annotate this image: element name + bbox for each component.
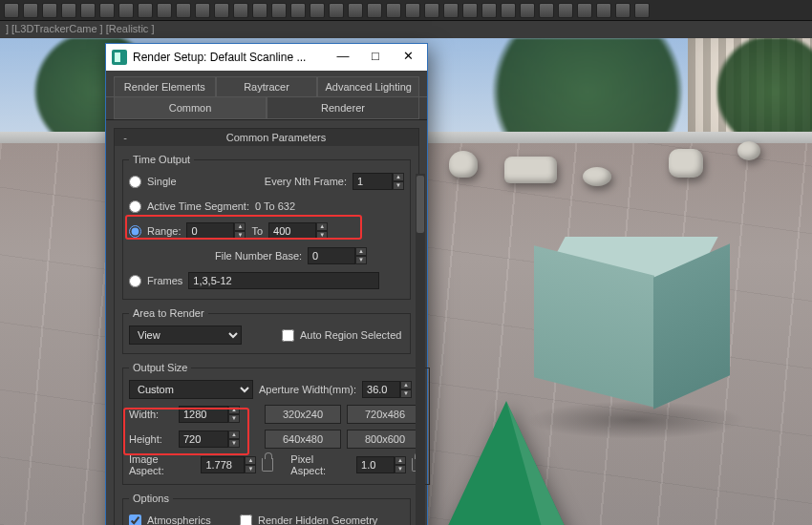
panel-title: Common Parameters — [139, 132, 413, 143]
toolbar-icon[interactable] — [501, 3, 516, 18]
pixel-aspect-input[interactable] — [356, 456, 395, 473]
common-parameters-panel: - Common Parameters Time Output Single E… — [114, 128, 419, 525]
toolbar-icon[interactable] — [118, 3, 134, 18]
output-size-group: Output Size Custom Aperture Width(mm): ▲… — [122, 362, 430, 485]
preset-320x240-button[interactable]: 320x240 — [265, 405, 341, 424]
frames-input[interactable] — [188, 272, 379, 289]
toolbar-icon[interactable] — [577, 3, 592, 18]
spinner[interactable]: ▲▼ — [228, 406, 240, 423]
toolbar-icon[interactable] — [4, 3, 19, 18]
height-label: Height: — [129, 433, 173, 445]
time-output-group: Time Output Single Every Nth Frame: ▲▼ — [122, 154, 411, 300]
range-to-input[interactable] — [268, 222, 316, 240]
preset-720x486-button[interactable]: 720x486 — [347, 405, 423, 424]
toolbar-icon[interactable] — [386, 3, 401, 18]
toolbar-icon[interactable] — [99, 3, 115, 18]
toolbar-icon[interactable] — [310, 3, 325, 18]
panel-scrollbar[interactable] — [416, 174, 425, 525]
toolbar-icon[interactable] — [271, 3, 287, 18]
group-legend: Time Output — [129, 154, 194, 165]
range-radio[interactable]: Range: — [129, 225, 181, 238]
toolbar-icon[interactable] — [462, 3, 478, 18]
range-from-input[interactable] — [186, 222, 234, 240]
spinner[interactable]: ▲▼ — [393, 173, 404, 190]
output-preset-select[interactable]: Custom — [129, 380, 253, 399]
toolbar-icon[interactable] — [214, 3, 229, 18]
image-aspect-input[interactable] — [201, 456, 245, 473]
close-button[interactable]: ✕ — [395, 48, 421, 67]
app-icon — [112, 50, 127, 65]
viewport-label[interactable]: ] [L3DTrackerCame ] [Realistic ] — [0, 21, 812, 38]
area-to-render-group: Area to Render View Auto Region Selected — [122, 307, 411, 354]
toolbar-icon[interactable] — [329, 3, 344, 18]
auto-region-checkbox[interactable]: Auto Region Selected — [282, 329, 401, 342]
spinner[interactable]: ▲▼ — [228, 430, 240, 448]
toolbar-icon[interactable] — [42, 3, 57, 18]
range-label: Range: — [147, 225, 181, 237]
toolbar-icon[interactable] — [80, 3, 96, 18]
height-input[interactable] — [179, 430, 228, 448]
pixel-aspect-label: Pixel Aspect: — [290, 453, 351, 476]
spinner[interactable]: ▲▼ — [395, 456, 406, 473]
tab-render-elements[interactable]: Render Elements — [114, 76, 216, 96]
toolbar-icon[interactable] — [539, 3, 554, 18]
toolbar-icon[interactable] — [634, 3, 650, 18]
toolbar-icon[interactable] — [405, 3, 420, 18]
options-group: Options Atmospherics Render Hidden Geome… — [122, 493, 411, 525]
toolbar-icon[interactable] — [615, 3, 630, 18]
auto-region-label: Auto Region Selected — [300, 329, 401, 341]
toolbar-icon[interactable] — [61, 3, 76, 18]
tab-raytracer[interactable]: Raytracer — [216, 76, 318, 96]
toolbar-icon[interactable] — [367, 3, 382, 18]
area-mode-select[interactable]: View — [129, 326, 242, 345]
toolbar-icon[interactable] — [138, 3, 153, 18]
atmospherics-checkbox[interactable]: Atmospherics — [129, 514, 234, 526]
toolbar-icon[interactable] — [596, 3, 611, 18]
toolbar-icon[interactable] — [424, 3, 439, 18]
toolbar-icon[interactable] — [23, 3, 38, 18]
toolbar-icon[interactable] — [176, 3, 191, 18]
scene-cone[interactable] — [439, 401, 573, 525]
frames-radio[interactable]: Frames — [129, 275, 182, 287]
every-nth-input[interactable] — [353, 173, 393, 190]
toolbar-icon[interactable] — [290, 3, 306, 18]
toolbar-icon[interactable] — [233, 3, 248, 18]
spinner[interactable]: ▲▼ — [316, 222, 328, 240]
lock-icon[interactable] — [262, 458, 273, 472]
minimize-button[interactable]: — — [330, 48, 356, 67]
render-setup-dialog: Render Setup: Default Scanline ... — □ ✕… — [105, 43, 428, 525]
toolbar-icon[interactable] — [252, 3, 267, 18]
titlebar[interactable]: Render Setup: Default Scanline ... — □ ✕ — [106, 44, 427, 71]
tab-renderer[interactable]: Renderer — [267, 97, 419, 119]
tab-advanced-lighting[interactable]: Advanced Lighting — [317, 76, 419, 96]
preset-640x480-button[interactable]: 640x480 — [265, 430, 341, 449]
width-input[interactable] — [179, 406, 228, 423]
preset-800x600-button[interactable]: 800x600 — [347, 430, 423, 449]
scene-cube[interactable] — [535, 220, 726, 410]
toolbar-icon[interactable] — [481, 3, 497, 18]
render-hidden-checkbox[interactable]: Render Hidden Geometry — [240, 514, 377, 526]
rollout-toggle[interactable]: - — [120, 132, 130, 143]
aperture-input[interactable] — [362, 381, 400, 398]
spinner[interactable]: ▲▼ — [355, 247, 367, 264]
spinner[interactable]: ▲▼ — [234, 222, 246, 240]
toolbar-icon[interactable] — [348, 3, 363, 18]
spinner[interactable]: ▲▼ — [400, 381, 412, 398]
toolbar-icon[interactable] — [443, 3, 459, 18]
every-nth-label: Every Nth Frame: — [265, 176, 347, 187]
single-radio[interactable]: Single — [129, 176, 177, 188]
active-segment-label: Active Time Segment: — [147, 200, 249, 212]
tab-common[interactable]: Common — [114, 97, 267, 119]
toolbar-icon[interactable] — [157, 3, 172, 18]
spinner[interactable]: ▲▼ — [245, 456, 256, 473]
toolbar-icon[interactable] — [520, 3, 535, 18]
single-label: Single — [147, 176, 177, 187]
main-toolbar — [0, 0, 812, 21]
maximize-button[interactable]: □ — [362, 48, 389, 67]
active-segment-radio[interactable]: Active Time Segment: — [129, 200, 249, 213]
toolbar-icon[interactable] — [195, 3, 210, 18]
toolbar-icon[interactable] — [558, 3, 573, 18]
dialog-title: Render Setup: Default Scanline ... — [133, 51, 324, 64]
file-number-base-input[interactable] — [308, 247, 355, 264]
width-label: Width: — [129, 409, 173, 420]
